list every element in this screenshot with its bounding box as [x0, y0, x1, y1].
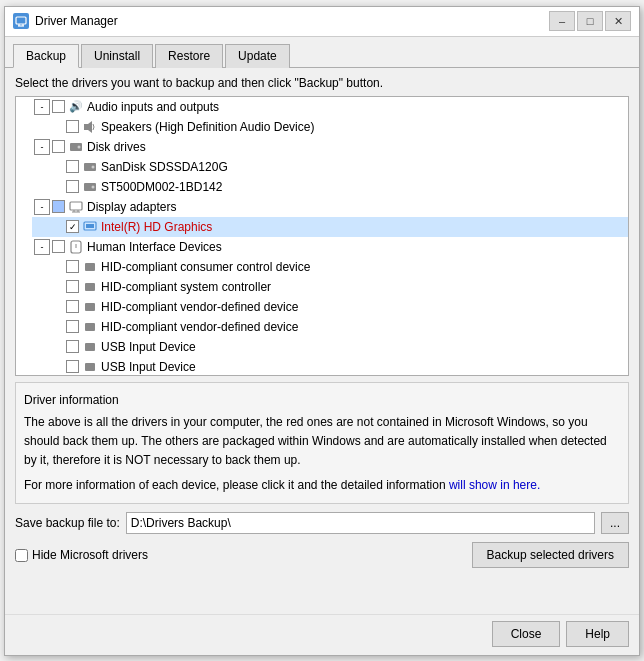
st500-label: ST500DM002-1BD142 [101, 180, 222, 194]
sandisk-label: SanDisk SDSSDA120G [101, 160, 228, 174]
speakers-icon [82, 119, 98, 135]
tab-update[interactable]: Update [225, 44, 290, 68]
expand-hid[interactable]: - [34, 239, 50, 255]
st500-icon [82, 179, 98, 195]
footer-buttons: Close Help [5, 614, 639, 655]
tree-item-hid4[interactable]: HID-compliant vendor-defined device [32, 317, 628, 337]
tree-item-hid3[interactable]: HID-compliant vendor-defined device [32, 297, 628, 317]
display-label: Display adapters [87, 200, 176, 214]
usb1-label: USB Input Device [101, 340, 196, 354]
expand-disk[interactable]: - [34, 139, 50, 155]
checkbox-disk[interactable] [52, 140, 65, 153]
checkbox-intel[interactable] [66, 220, 79, 233]
hid-label: Human Interface Devices [87, 240, 222, 254]
hide-ms-text: Hide Microsoft drivers [32, 548, 148, 562]
sandisk-icon [82, 159, 98, 175]
expand-audio[interactable]: - [34, 99, 50, 115]
checkbox-hid2[interactable] [66, 280, 79, 293]
tree-item-hid[interactable]: - Human Interface Devices [16, 237, 628, 257]
svg-rect-12 [70, 202, 82, 210]
save-row: Save backup file to: ... [15, 512, 629, 534]
app-icon [13, 13, 29, 29]
svg-rect-20 [85, 263, 95, 271]
checkbox-speakers[interactable] [66, 120, 79, 133]
hide-ms-checkbox[interactable] [15, 549, 28, 562]
hide-ms-label[interactable]: Hide Microsoft drivers [15, 548, 148, 562]
tree-item-speakers[interactable]: Speakers (High Definition Audio Device) [32, 117, 628, 137]
hid-icon [68, 239, 84, 255]
title-controls: – □ ✕ [549, 11, 631, 31]
checkbox-sandisk[interactable] [66, 160, 79, 173]
save-label: Save backup file to: [15, 516, 120, 530]
tree-item-display[interactable]: - Display adapters [16, 197, 628, 217]
info-text-part2: For more information of each device, ple… [24, 478, 449, 492]
checkbox-hid3[interactable] [66, 300, 79, 313]
intel-icon [82, 219, 98, 235]
svg-rect-21 [85, 283, 95, 291]
usb2-label: USB Input Device [101, 360, 196, 374]
audio-icon: 🔊 [68, 99, 84, 115]
checkbox-hid1[interactable] [66, 260, 79, 273]
maximize-button[interactable]: □ [577, 11, 603, 31]
title-bar: Driver Manager – □ ✕ [5, 7, 639, 37]
svg-rect-22 [85, 303, 95, 311]
window-title: Driver Manager [35, 14, 118, 28]
bottom-row: Hide Microsoft drivers Backup selected d… [15, 542, 629, 568]
checkbox-display[interactable] [52, 200, 65, 213]
help-button[interactable]: Help [566, 621, 629, 647]
hid2-label: HID-compliant system controller [101, 280, 271, 294]
audio-label: Audio inputs and outputs [87, 100, 219, 114]
hid4-label: HID-compliant vendor-defined device [101, 320, 298, 334]
checkbox-hid[interactable] [52, 240, 65, 253]
hid3-label: HID-compliant vendor-defined device [101, 300, 298, 314]
intel-label: Intel(R) HD Graphics [101, 220, 212, 234]
display-icon [68, 199, 84, 215]
backup-selected-button[interactable]: Backup selected drivers [472, 542, 629, 568]
close-button[interactable]: Close [492, 621, 561, 647]
tree-item-audio[interactable]: - 🔊 Audio inputs and outputs [16, 97, 628, 117]
hid2-icon [82, 279, 98, 295]
main-content: Select the drivers you want to backup an… [5, 68, 639, 614]
svg-rect-17 [86, 224, 94, 228]
checkbox-usb1[interactable] [66, 340, 79, 353]
tree-item-hid1[interactable]: HID-compliant consumer control device [32, 257, 628, 277]
tree-item-intel[interactable]: Intel(R) HD Graphics [32, 217, 628, 237]
driver-info-title: Driver information [24, 391, 620, 409]
svg-point-7 [78, 145, 81, 148]
svg-point-9 [92, 165, 95, 168]
tree-item-hid2[interactable]: HID-compliant system controller [32, 277, 628, 297]
tree-item-disk[interactable]: - Disk drives [16, 137, 628, 157]
disk-label: Disk drives [87, 140, 146, 154]
tree-item-st500[interactable]: ST500DM002-1BD142 [32, 177, 628, 197]
driver-info-panel: Driver information The above is all the … [15, 382, 629, 505]
expand-display[interactable]: - [34, 199, 50, 215]
tree-item-sandisk[interactable]: SanDisk SDSSDA120G [32, 157, 628, 177]
checkbox-st500[interactable] [66, 180, 79, 193]
driver-tree[interactable]: - 🔊 Audio inputs and outputs Speakers (H… [15, 96, 629, 376]
checkbox-audio[interactable] [52, 100, 65, 113]
hid4-icon [82, 319, 98, 335]
save-path-input[interactable] [126, 512, 595, 534]
info-text-part1: The above is all the drivers in your com… [24, 415, 607, 467]
minimize-button[interactable]: – [549, 11, 575, 31]
tab-restore[interactable]: Restore [155, 44, 223, 68]
tab-uninstall[interactable]: Uninstall [81, 44, 153, 68]
tree-item-usb2[interactable]: USB Input Device [32, 357, 628, 376]
tab-backup[interactable]: Backup [13, 44, 79, 68]
tree-item-usb1[interactable]: USB Input Device [32, 337, 628, 357]
svg-rect-24 [85, 343, 95, 351]
title-bar-left: Driver Manager [13, 13, 118, 29]
hid3-icon [82, 299, 98, 315]
svg-rect-0 [16, 17, 26, 24]
disk-icon [68, 139, 84, 155]
svg-rect-25 [85, 363, 95, 371]
usb2-icon [82, 359, 98, 375]
instruction-text: Select the drivers you want to backup an… [15, 76, 629, 90]
checkbox-usb2[interactable] [66, 360, 79, 373]
browse-button[interactable]: ... [601, 512, 629, 534]
close-window-button[interactable]: ✕ [605, 11, 631, 31]
usb1-icon [82, 339, 98, 355]
speakers-label: Speakers (High Definition Audio Device) [101, 120, 314, 134]
main-window: Driver Manager – □ ✕ Backup Uninstall Re… [4, 6, 640, 656]
checkbox-hid4[interactable] [66, 320, 79, 333]
